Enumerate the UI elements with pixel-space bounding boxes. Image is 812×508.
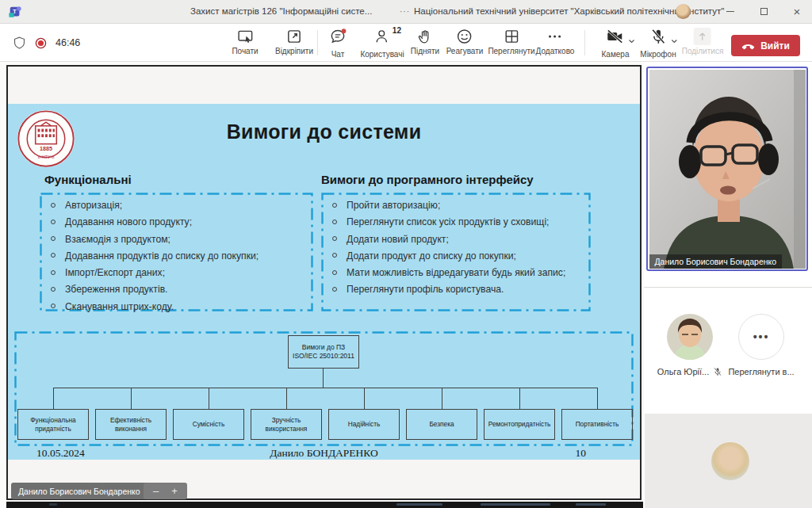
diagram-box-1: Функціональна придатність	[17, 409, 89, 440]
participants-sidebar: Данило Борисович Бондаренко Ольга Юрії..…	[644, 62, 812, 508]
diagram-connector	[597, 388, 598, 409]
shield-icon	[13, 36, 26, 50]
close-button[interactable]: ×	[782, 0, 812, 23]
requirement-item: Додати новий продукт;	[332, 234, 584, 245]
speaker-video-tile[interactable]: Данило Борисович Бондаренко	[646, 67, 808, 271]
diagram-box-6: Безпека	[406, 409, 477, 440]
diagram-connector	[286, 388, 287, 409]
speaker-name-label: Данило Борисович Бондаренко	[649, 254, 783, 269]
grid-view-icon	[503, 28, 520, 45]
chat-button[interactable]: Чат	[329, 28, 347, 59]
requirement-item: Імпорт/Експорт даних;	[51, 267, 307, 278]
share-up-arrow-icon	[696, 30, 709, 43]
requirement-item: Пройти авторизацію;	[332, 200, 584, 211]
diagram-box-5: Надійність	[328, 409, 400, 440]
zoom-out-button[interactable]: –	[153, 485, 159, 497]
share-button: Поділитися	[682, 28, 724, 55]
overflow-label: Переглянути в...	[728, 367, 794, 376]
slide-footer: 10.05.2024 Данило БОНДАРЕНКО 10	[8, 447, 640, 460]
requirement-item: Авторизація;	[51, 200, 307, 211]
participant-avatar	[711, 442, 749, 480]
interface-heading: Вимоги до програмного інтерфейсу	[321, 173, 534, 186]
diagram-connector	[131, 388, 132, 409]
start-presenting-button[interactable]: Почати	[232, 28, 258, 55]
react-button[interactable]: Реагувати	[446, 28, 484, 55]
people-icon	[373, 28, 391, 45]
background-window-strip	[6, 502, 643, 508]
minimize-button[interactable]	[715, 0, 745, 23]
diagram-root-box: Вимоги до ПЗ ISO/IEC 25010:2011	[288, 335, 359, 369]
participants-count: 12	[393, 26, 401, 35]
raise-hand-button[interactable]: Підняти	[411, 28, 439, 55]
chevron-down-icon[interactable]	[628, 37, 636, 45]
requirement-item: Переглянути профіль користувача.	[332, 284, 584, 295]
bullet-icon	[332, 253, 337, 258]
maximize-icon	[760, 8, 768, 15]
bullet-icon	[51, 270, 56, 275]
view-button[interactable]: Переглянути	[488, 28, 534, 55]
diagram-box-3: Сумісність	[173, 409, 244, 440]
diagram-connector	[209, 388, 209, 409]
bullet-icon	[51, 253, 56, 258]
sidebar-divider	[644, 287, 812, 288]
bullet-icon	[51, 304, 56, 308]
bullet-icon	[51, 203, 56, 208]
microphone-button[interactable]: Мікрофон	[640, 28, 676, 59]
close-icon: ×	[794, 5, 801, 18]
requirement-item: Сканування штрих-коду.	[51, 301, 307, 312]
chevron-down-icon[interactable]	[670, 37, 678, 45]
meeting-toolbar: 46:46 Почати Відкріпити	[0, 24, 812, 62]
participants-button[interactable]: 12 Користувачі	[360, 28, 404, 59]
functional-requirements-box: Авторизація;Додавання нового продукту;Вз…	[40, 193, 313, 311]
title-separator-dots: ···	[400, 7, 410, 16]
more-participants-icon: •••	[738, 314, 784, 360]
raise-hand-icon	[416, 28, 434, 45]
bullet-icon	[332, 203, 337, 208]
diagram-box-2: Ефективність виконання	[95, 409, 167, 440]
maximize-button[interactable]	[749, 0, 779, 23]
iso-requirements-diagram: Вимоги до ПЗ ISO/IEC 25010:2011 Функціон…	[14, 331, 634, 446]
mic-off-icon	[649, 28, 667, 45]
participant-tile-bottom[interactable]	[645, 414, 812, 508]
smiley-icon	[456, 28, 473, 45]
functional-heading: Функціональні	[44, 173, 132, 186]
participant-overflow-tile[interactable]: ••• Переглянути в...	[726, 314, 796, 376]
teams-meeting-window: T Захист магістрів 126 "Інформаційні сис…	[0, 0, 812, 508]
requirement-item: Мати можливість відредагувати будь який …	[332, 267, 584, 278]
bullet-icon	[51, 220, 56, 224]
participant-tile-olha[interactable]: Ольга Юрії...	[655, 314, 725, 376]
window-titlebar: T Захист магістрів 126 "Інформаційні сис…	[0, 0, 812, 24]
functional-requirements-list: Авторизація;Додавання нового продукту;Вз…	[51, 200, 307, 318]
slide-title: Вимоги до системи	[8, 120, 640, 143]
diagram-connector	[442, 388, 442, 409]
speaker-video	[649, 70, 806, 269]
diagram-connector	[53, 388, 54, 409]
diagram-connector	[53, 388, 598, 388]
svg-text:1885: 1885	[40, 146, 52, 152]
participant-avatar	[667, 314, 713, 360]
camera-off-icon	[606, 28, 625, 45]
requirement-item: Переглянути список усіх продуктів у схов…	[332, 216, 584, 227]
leave-meeting-button[interactable]: Вийти	[731, 35, 800, 56]
titlebar-avatar[interactable]	[676, 4, 691, 19]
interface-requirements-box: Пройти авторизацію;Переглянути список ус…	[321, 193, 591, 311]
unpin-icon	[285, 28, 303, 45]
hang-up-icon	[741, 39, 755, 52]
participant-name: Ольга Юрії...	[657, 367, 709, 376]
shared-screen-panel: 1885 о НТУ о Вимоги до системи Функціона…	[6, 65, 642, 500]
slide-page-number: 10	[576, 447, 587, 460]
requirement-item: Додати продукт до списку до покупки;	[332, 250, 584, 262]
diagram-box-4: Зручність використання	[251, 409, 322, 440]
camera-button[interactable]: Камера	[602, 28, 630, 59]
diagram-box-7: Ремонтопридатність	[484, 409, 555, 440]
requirement-item: Збереження продуктів.	[51, 284, 307, 295]
svg-text:T: T	[13, 8, 17, 15]
more-button[interactable]: Додатково	[536, 28, 575, 55]
unpin-button[interactable]: Відкріпити	[275, 28, 313, 55]
presenter-name-pill: Данило Борисович Бондаренко	[11, 483, 147, 499]
diagram-connector	[364, 388, 365, 409]
requirement-item: Додавання нового продукту;	[51, 216, 307, 227]
bullet-icon	[332, 270, 337, 275]
diagram-connector	[519, 388, 520, 409]
zoom-in-button[interactable]: +	[171, 485, 178, 497]
